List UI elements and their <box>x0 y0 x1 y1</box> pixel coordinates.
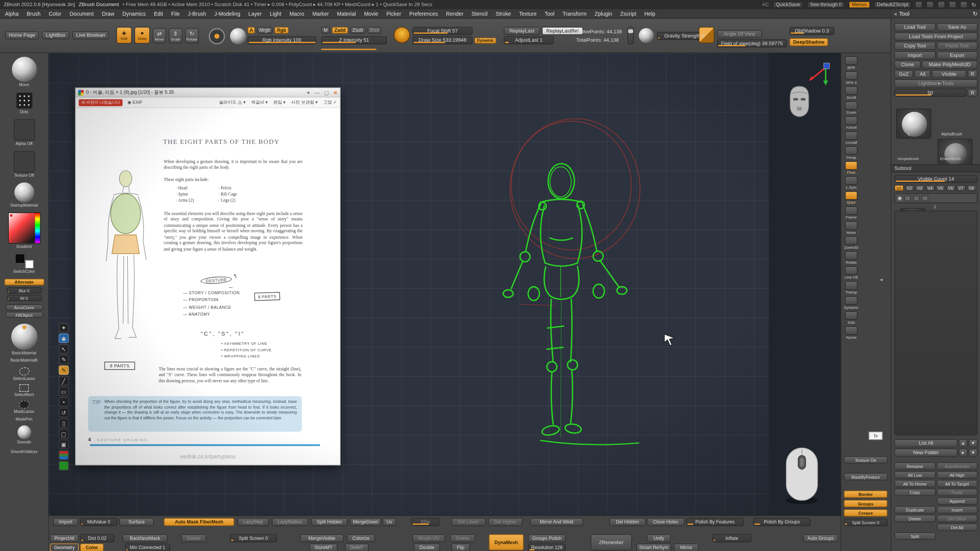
texture-off-icon[interactable] <box>13 151 35 173</box>
document-canvas[interactable]: ✦◉↖✎✎╱▭•↺▯▢▣ 0 - 비율, 리듬 > 1 (9).jpg [1/2… <box>49 53 841 515</box>
viewer-minimize-icon[interactable]: — <box>315 90 320 95</box>
subtool-version-tab[interactable]: V1 <box>894 185 903 191</box>
menu-item[interactable]: Marker <box>312 11 329 17</box>
viewer-settings-icon[interactable]: ✦ <box>306 90 310 95</box>
menu-item[interactable]: Zplugin <box>595 11 612 17</box>
image-viewer-window[interactable]: 0 - 비율, 리듬 > 1 (9).jpg [1/20] - 꿀뷰 5.35 … <box>75 88 341 466</box>
del-lower-button[interactable]: Del Lower <box>451 518 486 526</box>
subtool-action-button[interactable]: Delete <box>894 515 935 522</box>
angle-of-view-button[interactable]: Angle Of View <box>717 30 762 38</box>
lsym-button[interactable]: L.Sym <box>843 176 859 189</box>
viewer-menu-item[interactable]: 사진 보관함 ▾ <box>291 99 317 106</box>
midvalue-slider[interactable]: MidValue 0 <box>80 518 118 526</box>
new-folder-button[interactable]: New Folder <box>894 448 957 456</box>
stroke-dots-icon[interactable] <box>16 93 32 109</box>
menu-item[interactable]: J-Brush <box>188 11 206 17</box>
copy-icon[interactable]: ▣ <box>59 440 69 449</box>
rf-slider[interactable]: Rf 0 <box>7 295 41 301</box>
zoom-button[interactable]: Zoom <box>843 101 859 114</box>
dot-icon[interactable]: • <box>59 397 69 406</box>
viewer-titlebar[interactable]: 0 - 비율, 리듬 > 1 (9).jpg [1/20] - 꿀뷰 5.35 … <box>76 88 340 97</box>
alpha-off-icon[interactable] <box>13 119 35 141</box>
zadd-button[interactable]: Zadd <box>332 27 348 34</box>
split-hidden-button[interactable]: Split Hidden <box>311 518 348 526</box>
panel-refresh-icon[interactable]: ↻ <box>973 10 977 16</box>
menu-item[interactable]: Transform <box>563 11 587 17</box>
del-hidden-button[interactable]: Del Hidden <box>609 518 646 526</box>
lightbulb-icon[interactable]: ✦ <box>59 323 69 332</box>
exif-button[interactable]: ◉ EXIF <box>127 100 142 105</box>
active-tool-thumbnail[interactable] <box>896 109 931 139</box>
monitor-icon[interactable] <box>938 1 946 8</box>
auto-groups-button[interactable]: Auto Groups <box>803 534 838 542</box>
mirror-button[interactable]: Mirror <box>674 543 699 551</box>
dynamesh-button[interactable]: DynaMesh <box>489 534 524 550</box>
groups-button[interactable]: Groups <box>844 500 887 507</box>
subtool-version-tab[interactable]: V6 <box>946 185 955 191</box>
close-holes-button[interactable]: Close Holes <box>647 518 684 526</box>
current-alpha-icon[interactable] <box>230 28 246 44</box>
qxyz-button[interactable]: Qxyz <box>843 191 859 204</box>
switch-color-widget[interactable] <box>15 254 33 269</box>
goz-r-button[interactable]: R <box>967 70 977 78</box>
home-page-button[interactable]: Home Page <box>5 31 39 39</box>
current-brush-icon[interactable] <box>209 28 225 44</box>
copy-tool-button[interactable]: Copy Tool <box>894 42 935 50</box>
goz-visible-button[interactable]: Visible <box>932 70 966 78</box>
smoothvalleys-button[interactable]: SmoothValleys <box>11 449 38 453</box>
menu-item[interactable]: Light <box>270 11 281 17</box>
subtool-down-button[interactable]: ▾ <box>969 439 978 447</box>
split-screen-slider[interactable]: Split Screen 0 <box>844 518 887 526</box>
menu-item[interactable]: File <box>171 11 180 17</box>
obj-shadow-slider[interactable]: ObjShadow 0.3 <box>789 27 835 35</box>
live-boolean-button[interactable]: Live Boolean <box>72 31 109 39</box>
menu-item[interactable]: Macro <box>289 11 304 17</box>
delete-button[interactable]: Delete <box>181 534 206 542</box>
subtool-version-tab[interactable]: V5 <box>936 185 945 191</box>
move-3d-button[interactable]: Move <box>843 221 859 234</box>
folder-expand-button[interactable]: ▾ <box>969 448 978 456</box>
menu-item[interactable]: Layer <box>248 11 262 17</box>
edit-button[interactable]: ◈Edit <box>116 27 132 44</box>
viewer-menu-item[interactable]: 고정 ✓ <box>323 99 337 106</box>
lightbox-tools-button[interactable]: Lightbox►Tools <box>894 79 977 87</box>
dynamic-persp-button[interactable]: Dynamic <box>843 296 859 309</box>
gravity-icon[interactable] <box>639 28 654 43</box>
solo-button[interactable]: Solo <box>843 311 859 324</box>
load-tool-button[interactable]: Load Tool <box>894 23 935 31</box>
menu-item[interactable]: Movie <box>364 11 378 17</box>
menu-item[interactable]: Color <box>49 11 61 17</box>
alternate-button[interactable]: Alternate <box>4 279 44 285</box>
mergedown-button[interactable]: MergeDown <box>350 518 381 526</box>
deep-shadow-button[interactable]: DeepShadow <box>789 38 828 46</box>
select-lasso-icon[interactable] <box>19 367 29 375</box>
persp-button[interactable]: Persp <box>843 146 859 159</box>
subtool-version-tab[interactable]: V7 <box>956 185 965 191</box>
subtool-action-button[interactable]: All Low <box>894 471 935 479</box>
storemt-button[interactable]: StoreMT <box>309 543 337 551</box>
menu-item[interactable]: J-Modeling <box>214 11 240 17</box>
menu-item[interactable]: Stroke <box>496 11 511 17</box>
subtool-action-button[interactable]: Insert <box>937 506 978 514</box>
menu-item[interactable]: Alpha <box>5 11 19 17</box>
panel-divider-arrow[interactable]: ◂ <box>880 277 883 282</box>
menu-item[interactable]: Picker <box>386 11 401 17</box>
aahalf-button[interactable]: AAHalf <box>843 131 859 144</box>
inflate-slider[interactable]: Inflate <box>712 534 751 542</box>
z-intensity-slider[interactable]: Z Intensity 51 <box>321 36 387 44</box>
resolution-slider[interactable]: Resolution 128 <box>528 543 566 551</box>
colorize-button[interactable]: Colorize <box>347 534 375 542</box>
menu-item[interactable]: Brush <box>27 11 41 17</box>
draw-button[interactable]: ●Draw <box>134 27 150 44</box>
list-all-button[interactable]: List All <box>894 439 957 447</box>
goz-all-button[interactable]: All <box>915 70 931 78</box>
subtool-version-tab[interactable]: V2 <box>905 185 914 191</box>
folder-collapse-button[interactable]: ▸ <box>959 448 968 456</box>
smooth-brush-icon[interactable] <box>17 425 31 439</box>
backfacemask-button[interactable]: BackfaceMask <box>122 534 168 542</box>
dist-slider[interactable]: Dist 0.02 <box>80 534 114 542</box>
zoom3d-button[interactable]: Zoom3D <box>843 236 859 249</box>
scroll-button[interactable]: Scroll <box>843 86 859 99</box>
smart-resym-button[interactable]: Smart ReSym <box>636 543 671 551</box>
collapse-arrow-icon[interactable]: ◂ <box>894 10 897 16</box>
